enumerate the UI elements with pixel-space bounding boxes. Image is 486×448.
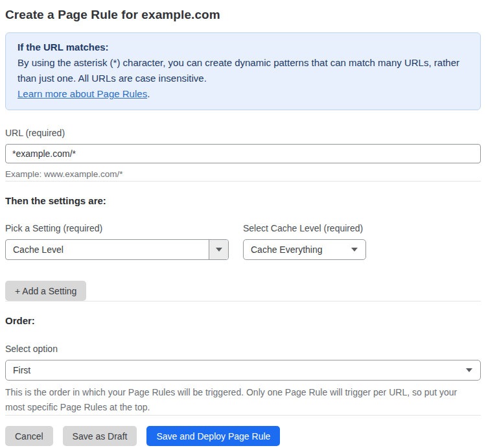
page-title: Create a Page Rule for example.com [5, 8, 481, 22]
info-box-heading: If the URL matches: [17, 40, 469, 55]
chevron-down-glyph [216, 248, 222, 252]
cancel-button[interactable]: Cancel [5, 426, 53, 446]
order-select-value: First [6, 365, 466, 375]
settings-row: Pick a Setting (required) Cache Level Se… [5, 222, 481, 260]
cache-level-value: Cache Everything [244, 244, 351, 255]
section-divider [5, 301, 481, 301]
footer-divider [5, 415, 481, 416]
save-and-deploy-button[interactable]: Save and Deploy Page Rule [146, 426, 280, 446]
footer-actions: Cancel Save as Draft Save and Deploy Pag… [5, 426, 481, 446]
url-helper-text: Example: www.example.com/* [5, 168, 481, 181]
url-field-label: URL (required) [5, 127, 481, 139]
setting-picker-label: Pick a Setting (required) [5, 222, 229, 234]
add-setting-button[interactable]: + Add a Setting [5, 281, 86, 301]
cache-level-select[interactable]: Cache Everything [243, 239, 366, 260]
setting-picker-value: Cache Level [6, 244, 209, 255]
section-divider [5, 181, 481, 182]
order-select[interactable]: First [5, 360, 481, 381]
setting-picker-column: Pick a Setting (required) Cache Level [5, 222, 229, 260]
chevron-down-glyph [351, 248, 358, 252]
order-helper-text: This is the order in which your Page Rul… [5, 385, 472, 415]
chevron-down-icon[interactable] [209, 240, 228, 259]
cache-level-label: Select Cache Level (required) [243, 222, 366, 234]
chevron-down-glyph [466, 368, 472, 372]
save-as-draft-button[interactable]: Save as Draft [63, 426, 137, 446]
url-matches-info-box: If the URL matches: By using the asteris… [5, 32, 481, 110]
learn-more-link[interactable]: Learn more about Page Rules [17, 88, 147, 99]
link-suffix: . [147, 88, 150, 99]
url-input[interactable] [5, 144, 481, 163]
cache-level-column: Select Cache Level (required) Cache Ever… [243, 222, 366, 260]
create-page-rule-form: Create a Page Rule for example.com If th… [0, 0, 486, 446]
order-section-heading: Order: [5, 315, 481, 326]
info-box-link-line: Learn more about Page Rules. [17, 86, 469, 102]
setting-picker-select[interactable]: Cache Level [5, 239, 229, 260]
info-box-body: By using the asterisk (*) character, you… [17, 55, 469, 86]
order-select-label: Select option [5, 343, 481, 355]
chevron-down-icon [466, 368, 480, 372]
settings-section-heading: Then the settings are: [5, 195, 481, 206]
chevron-down-icon [351, 248, 365, 252]
